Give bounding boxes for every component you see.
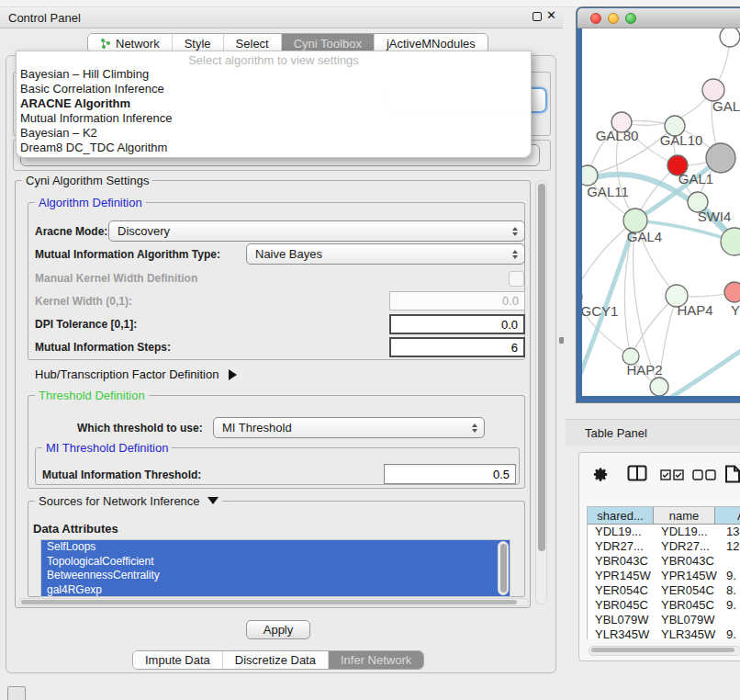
attr-list-scrollbar[interactable]	[498, 541, 509, 595]
dropdown-item[interactable]: Bayesian – Hill Climbing	[19, 67, 528, 82]
dropdown-item[interactable]: Dream8 DC_TDC Algorithm	[19, 141, 528, 155]
zoom-traffic-light-icon[interactable]	[625, 13, 636, 24]
close-icon[interactable]: ✕	[546, 8, 556, 22]
network-node-n6[interactable]	[706, 143, 735, 173]
mi-threshold-group-title: MI Threshold Definition	[42, 441, 172, 455]
dpi-tolerance-label: DPI Tolerance [0,1]:	[35, 318, 137, 331]
float-window-icon[interactable]	[533, 12, 542, 21]
dpi-tolerance-field[interactable]: 0.0	[389, 314, 525, 334]
apply-button[interactable]: Apply	[246, 620, 310, 639]
gear-icon[interactable]	[592, 466, 610, 483]
control-panel-titlebar: Control Panel	[0, 7, 563, 28]
data-attributes-list[interactable]: SelfLoopsTopologicalCoefficientBetweenne…	[40, 539, 510, 597]
table-cell: YBR045C	[588, 598, 661, 613]
attribute-item[interactable]: gal4RGexp	[41, 583, 510, 598]
column-header-shared...[interactable]: shared...	[588, 507, 654, 525]
tab-jactivemnodules[interactable]: jActiveMNodules	[375, 34, 488, 52]
attr-list-scrollbar-thumb[interactable]	[500, 544, 507, 593]
dropdown-item[interactable]: ARACNE Algorithm	[19, 96, 528, 111]
panel-split-handle[interactable]	[559, 337, 564, 344]
settings-scrollbar-thumb[interactable]	[538, 184, 545, 551]
mi-type-combo[interactable]: Naive Bayes	[246, 243, 525, 265]
network-node-GAL11[interactable]	[582, 165, 598, 186]
dropdown-item[interactable]: Mutual Information Inference	[19, 111, 528, 126]
table-cell: YDR27...	[654, 539, 723, 554]
uncheck-all-icon[interactable]	[692, 469, 716, 480]
algorithm-definition-title: Algorithm Definition	[35, 196, 146, 209]
table-cell: 9.	[715, 598, 740, 613]
hub-definition-expander[interactable]: Hub/Transcription Factor Definition	[35, 367, 237, 381]
columns-icon[interactable]	[627, 465, 647, 482]
spinner-arrows-icon	[472, 418, 477, 437]
table-cell: YDL19...	[654, 525, 723, 539]
attribute-item[interactable]: TopologicalCoefficient	[41, 555, 510, 570]
settings-horizontal-scrollbar[interactable]	[18, 598, 529, 606]
tab-style[interactable]: Style	[173, 34, 224, 52]
expander-down-icon[interactable]	[207, 497, 219, 504]
document-icon[interactable]	[724, 465, 740, 483]
table-cell: YDL19...	[588, 525, 661, 539]
kernel-width-field[interactable]: 0.0	[389, 291, 525, 310]
sources-title-text: Sources for Network Inference	[39, 494, 200, 508]
bottom-tabs: Impute DataDiscretize DataInfer Network	[132, 650, 424, 670]
apply-label: Apply	[263, 623, 294, 637]
attribute-item[interactable]: SelfLoops	[41, 540, 510, 555]
manual-kernel-checkbox[interactable]	[509, 271, 524, 287]
top-strip	[0, 0, 740, 7]
corner-widget[interactable]	[7, 686, 26, 700]
tab-label: Network	[116, 37, 160, 51]
close-traffic-light-icon[interactable]	[590, 13, 601, 24]
kernel-width-label: Kernel Width (0,1):	[35, 295, 132, 308]
dropdown-item[interactable]: Bayesian – K2	[19, 126, 528, 141]
threshold-definition-title: Threshold Definition	[35, 389, 149, 402]
table-horizontal-scrollbar[interactable]	[589, 646, 740, 656]
which-threshold-combo[interactable]: MI Threshold	[213, 417, 485, 438]
column-header-A[interactable]: A	[715, 507, 740, 525]
expander-right-icon[interactable]	[229, 369, 237, 380]
dropdown-item[interactable]: Basic Correlation Inference	[19, 82, 528, 96]
table-panel-body: shared...nameAYDL19...YDL19...13YDR27...…	[578, 452, 740, 661]
minimize-traffic-light-icon[interactable]	[608, 13, 619, 24]
tab-select[interactable]: Select	[224, 34, 282, 52]
aracne-mode-combo[interactable]: Discovery	[108, 220, 525, 242]
manual-kernel-label: Manual Kernel Width Definition	[35, 272, 197, 285]
table-cell: 9.	[715, 569, 740, 583]
network-node-n15[interactable]	[650, 378, 668, 396]
mi-steps-field[interactable]: 6	[389, 337, 525, 357]
settings-hscroll-thumb[interactable]	[21, 600, 517, 604]
table-row[interactable]: YBR045CYBR045C9.	[588, 598, 740, 613]
table-panel-title: Table Panel	[585, 426, 647, 440]
tab-network[interactable]: Network	[88, 34, 173, 52]
tab-cyni-toolbox[interactable]: Cyni Toolbox	[282, 34, 375, 52]
attribute-item[interactable]: BetweennessCentrality	[41, 569, 510, 583]
settings-vertical-scrollbar[interactable]	[535, 180, 547, 604]
which-threshold-label: Which threshold to use:	[77, 422, 203, 435]
network-node-label: GCY1	[582, 303, 618, 319]
table-cell: YLR345W	[654, 627, 723, 639]
table-row[interactable]: YBL079WYBL079W	[588, 613, 740, 627]
column-header-name[interactable]: name	[654, 507, 715, 525]
network-node-Y[interactable]	[724, 282, 740, 302]
table-row[interactable]: YPR145WYPR145W9.	[588, 569, 740, 583]
check-all-icon[interactable]	[660, 469, 684, 480]
table-row[interactable]: YBR043CYBR043C	[588, 554, 740, 569]
table-row[interactable]: YLR345WYLR345W9.	[588, 627, 740, 639]
tab-discretize-data[interactable]: Discretize Data	[223, 651, 329, 669]
table-row[interactable]: YER054CYER054C8.	[588, 583, 740, 598]
screen: Control Panel ✕ NetworkStyleSelectCyni T…	[0, 0, 740, 700]
network-canvas[interactable]: GALGAL80GAL10GAL1GAL11SWI4GAL4GCY1HAP4YH…	[582, 28, 740, 396]
mi-type-label: Mutual Information Algorithm Type:	[35, 248, 220, 261]
tab-impute-data[interactable]: Impute Data	[133, 651, 223, 669]
network-node-label: GAL4	[627, 229, 662, 244]
network-node-n1[interactable]	[720, 28, 740, 47]
tab-infer-network[interactable]: Infer Network	[329, 651, 423, 669]
network-node-label: HAP4	[677, 302, 712, 318]
network-view-window[interactable]: GALGAL80GAL10GAL1GAL11SWI4GAL4GCY1HAP4YH…	[577, 7, 740, 402]
mi-threshold-field[interactable]: 0.5	[384, 464, 516, 484]
table-row[interactable]: YDR27...YDR27...12	[588, 539, 740, 554]
network-window-titlebar[interactable]	[577, 8, 740, 28]
tab-label: Style	[185, 37, 211, 51]
table-hscroll-thumb[interactable]	[591, 648, 734, 652]
mi-threshold-label: Mutual Information Threshold:	[42, 469, 201, 481]
table-row[interactable]: YDL19...YDL19...13	[588, 525, 740, 539]
